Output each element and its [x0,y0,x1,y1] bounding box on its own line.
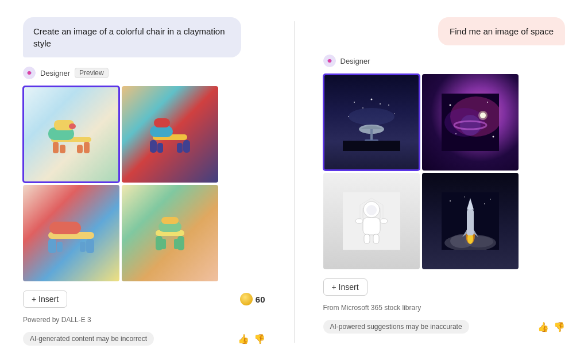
main-container: Create an image of a colorful chair in a… [0,0,588,364]
left-designer-logo [23,67,36,79]
svg-point-54 [460,115,481,135]
left-message-text: Create an image of a colorful chair in a… [33,26,225,48]
right-thumb-icons: 👍 👎 [537,322,565,332]
svg-rect-63 [380,219,388,223]
svg-rect-76 [467,210,474,235]
powered-by-text: Powered by DALL-E 3 [23,316,265,324]
svg-rect-6 [84,142,90,153]
space-svg-1 [343,94,400,151]
svg-point-9 [69,123,76,129]
svg-rect-43 [343,141,400,151]
svg-rect-20 [86,239,94,253]
svg-rect-28 [174,239,179,249]
svg-rect-19 [48,239,56,253]
chair-svg-4 [141,204,199,262]
coin-count: 60 [256,295,265,304]
right-thumbup-button[interactable]: 👍 [537,322,549,332]
space-svg-3 [343,192,400,250]
left-designer-header: Designer Preview [23,67,265,79]
right-panel: Find me an image of space Designer [323,17,566,334]
chair-image-4[interactable] [122,185,218,281]
svg-point-60 [366,205,377,215]
svg-rect-22 [80,242,86,252]
svg-point-67 [450,200,451,202]
svg-rect-61 [363,218,380,235]
svg-rect-18 [49,222,81,234]
svg-point-68 [464,196,465,198]
left-disclaimer: AI-generated content may be incorrect [23,332,154,346]
svg-rect-12 [154,118,170,127]
space-svg-2 [442,94,499,151]
svg-rect-65 [373,234,379,243]
chair-image-3[interactable] [23,185,119,281]
left-designer-name: Designer [40,69,70,78]
coin-icon [240,293,253,305]
space-image-1[interactable] [323,74,420,171]
space-image-2[interactable] [422,74,519,171]
svg-point-35 [362,107,363,109]
svg-rect-8 [77,145,83,153]
right-insert-button[interactable]: + Insert [323,278,368,296]
left-image-grid [23,86,218,281]
left-feedback-row: AI-generated content may be incorrect 👍 … [23,332,265,346]
svg-point-47 [449,104,451,106]
svg-point-50 [492,136,494,138]
svg-rect-7 [60,145,65,153]
svg-rect-29 [161,217,179,224]
right-feedback-row: AI-powered suggestions may be inaccurate… [323,320,566,334]
coin-badge: 60 [240,293,265,305]
svg-rect-64 [364,234,370,243]
left-panel: Create an image of a colorful chair in a… [23,17,265,346]
chair-svg-3 [42,204,100,262]
left-thumbdown-button[interactable]: 👎 [254,334,265,344]
svg-point-69 [484,203,485,204]
svg-point-36 [380,103,381,104]
left-insert-button[interactable]: + Insert [23,291,67,308]
svg-rect-16 [177,143,183,153]
chair-svg-2 [141,106,199,163]
panel-divider [294,21,295,343]
space-image-4[interactable] [422,173,519,269]
svg-rect-62 [355,219,363,223]
chair-image-2[interactable] [122,86,218,183]
svg-point-32 [354,102,355,103]
svg-point-33 [370,99,372,100]
right-image-grid [323,74,519,269]
right-source-text: From Microsoft 365 stock library [323,304,566,312]
left-message-bubble: Create an image of a colorful chair in a… [23,17,241,57]
preview-badge: Preview [75,68,109,78]
left-thumb-icons: 👍 👎 [238,334,265,344]
right-thumbdown-button[interactable]: 👎 [554,322,565,332]
right-message-bubble: Find me an image of space [438,17,565,45]
svg-rect-15 [157,143,163,153]
left-insert-row: + Insert 60 [23,291,265,308]
svg-point-37 [394,113,395,114]
svg-point-52 [478,111,488,120]
right-designer-logo [323,55,336,67]
svg-point-39 [349,108,394,125]
right-designer-name: Designer [341,57,370,65]
right-designer-header: Designer [323,55,566,67]
svg-point-31 [328,59,331,63]
right-message-text: Find me an image of space [450,26,554,36]
space-svg-4 [442,192,499,250]
svg-point-49 [455,133,457,134]
svg-rect-21 [57,242,63,252]
svg-rect-13 [150,140,157,153]
svg-rect-5 [53,142,59,153]
svg-point-34 [388,104,389,106]
left-thumbup-button[interactable]: 👍 [238,334,249,344]
svg-point-48 [487,102,488,103]
svg-point-70 [490,199,491,200]
svg-point-1 [28,71,31,75]
svg-rect-27 [161,239,166,249]
right-disclaimer: AI-powered suggestions may be inaccurate [323,320,469,334]
right-insert-row: + Insert [323,278,566,296]
svg-rect-41 [370,129,373,141]
space-image-3[interactable] [323,173,420,269]
chair-image-1[interactable] [23,86,119,183]
chair-svg-1 [42,106,100,163]
svg-rect-14 [183,140,190,153]
